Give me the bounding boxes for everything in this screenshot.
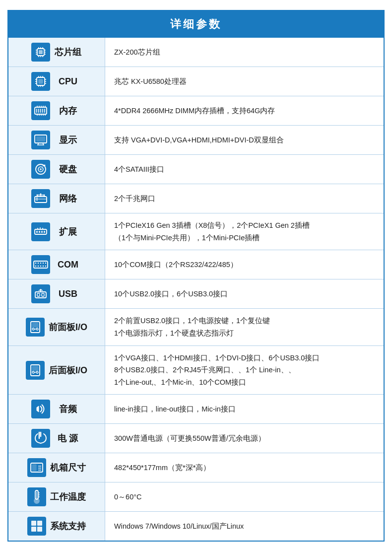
label-cell-chassis: 机箱尺寸 — [8, 453, 105, 482]
value-text-temperature: 0～60°C — [114, 491, 141, 503]
spec-row-display: 显示支持 VGA+DVI-D,VGA+HDMI,HDMI+DVI-D双显组合 — [8, 126, 384, 155]
label-text-network: 网络 — [54, 193, 82, 205]
value-cell-usb: 10个USB2.0接口，6个USB3.0接口 — [105, 279, 384, 308]
label-cell-chipset: 芯片组 — [8, 38, 105, 67]
label-cell-display: 显示 — [8, 126, 105, 154]
value-text-memory: 4*DDR4 2666MHz DIMM内存插槽，支持64G内存 — [114, 105, 275, 117]
spec-row-expansion: 扩展1个PCIeX16 Gen 3插槽（X8信号），2个PCIeX1 Gen 2… — [8, 213, 384, 250]
svg-point-95 — [32, 371, 34, 373]
svg-rect-68 — [41, 231, 43, 233]
label-text-hdd: 硬盘 — [54, 163, 82, 175]
value-text-com: 10个COM接口（2个RS232/422/485） — [114, 259, 238, 271]
value-cell-display: 支持 VGA+DVI-D,VGA+HDMI,HDMI+DVI-D双显组合 — [105, 126, 384, 154]
svg-point-96 — [36, 371, 38, 373]
spec-row-com: COM10个COM接口（2个RS232/422/485） — [8, 250, 384, 279]
svg-rect-33 — [44, 109, 45, 113]
memory-icon — [31, 101, 50, 120]
svg-rect-48 — [36, 137, 45, 141]
cpu-icon — [31, 72, 50, 91]
svg-rect-57 — [36, 200, 38, 201]
label-text-expansion: 扩展 — [54, 226, 82, 238]
network-icon — [31, 189, 50, 208]
value-cell-hdd: 4个SATAIII接口 — [105, 155, 384, 184]
value-text-os: Windows 7/Windows 10/Linux/国产Linux — [114, 520, 244, 533]
svg-rect-100 — [32, 465, 36, 471]
svg-rect-73 — [34, 261, 48, 268]
expansion-icon — [31, 222, 50, 241]
value-cell-chipset: ZX-200芯片组 — [105, 38, 384, 67]
value-cell-power: 300W普通电源（可更换550W普通/冗余电源） — [105, 424, 384, 453]
svg-rect-1 — [39, 50, 43, 54]
svg-point-75 — [38, 263, 39, 264]
svg-point-74 — [35, 263, 36, 264]
value-text-cpu: 兆芯 KX-U6580处理器 — [114, 75, 187, 88]
svg-rect-31 — [40, 109, 41, 113]
chip-icon — [31, 43, 50, 62]
hdd-icon — [31, 160, 50, 179]
svg-point-63 — [40, 194, 42, 195]
label-cell-cpu: CPU — [8, 67, 105, 96]
svg-point-78 — [45, 263, 46, 264]
svg-point-51 — [40, 168, 42, 170]
power-icon — [31, 429, 50, 448]
svg-rect-94 — [32, 366, 38, 370]
spec-table: 详细参数 芯片组ZX-200芯片组 — [7, 10, 385, 542]
svg-rect-66 — [36, 231, 38, 233]
value-text-expansion: 1个PCIeX16 Gen 3插槽（X8信号），2个PCIeX1 Gen 2插槽… — [114, 219, 310, 244]
label-text-power: 电 源 — [54, 432, 82, 444]
value-text-usb: 10个USB2.0接口，6个USB3.0接口 — [114, 288, 228, 300]
svg-rect-56 — [36, 198, 38, 199]
label-text-cpu: CPU — [54, 76, 82, 87]
svg-rect-32 — [42, 109, 43, 113]
label-text-temperature: 工作温度 — [50, 491, 86, 503]
svg-rect-112 — [31, 527, 36, 532]
value-text-chipset: ZX-200芯片组 — [114, 46, 160, 59]
value-text-audio: line-in接口，line-out接口，Mic-in接口 — [114, 403, 236, 415]
svg-point-82 — [43, 266, 44, 267]
os-icon — [27, 517, 46, 536]
svg-rect-30 — [38, 109, 39, 113]
value-cell-rear-io: 1个VGA接口、1个HDMI接口、1个DVI-D接口、6个USB3.0接口8个U… — [105, 346, 384, 395]
label-cell-hdd: 硬盘 — [8, 155, 105, 184]
svg-rect-84 — [35, 292, 46, 298]
value-cell-network: 2个千兆网口 — [105, 184, 384, 213]
label-cell-front-io: 前面板I/O — [8, 309, 105, 345]
spec-title: 详细参数 — [8, 11, 384, 38]
value-text-rear-io: 1个VGA接口、1个HDMI接口、1个DVI-D接口、6个USB3.0接口8个U… — [114, 352, 320, 389]
svg-rect-89 — [32, 323, 38, 327]
value-cell-os: Windows 7/Windows 10/Linux/国产Linux — [105, 512, 384, 541]
temperature-icon — [27, 487, 46, 506]
value-cell-front-io: 2个前置USB2.0接口，1个电源按键，1个复位键1个电源指示灯，1个硬盘状态指… — [105, 309, 384, 345]
svg-rect-86 — [42, 293, 44, 296]
spec-row-power: 电 源300W普通电源（可更换550W普通/冗余电源） — [8, 424, 384, 453]
label-cell-expansion: 扩展 — [8, 213, 105, 250]
label-text-display: 显示 — [54, 134, 82, 146]
label-cell-network: 网络 — [8, 184, 105, 213]
label-text-chipset: 芯片组 — [54, 46, 82, 58]
label-text-chassis: 机箱尺寸 — [50, 462, 86, 474]
label-cell-power: 电 源 — [8, 424, 105, 453]
svg-rect-105 — [36, 491, 37, 498]
label-cell-rear-io: 后面板I/O — [8, 346, 105, 395]
audio-icon — [31, 400, 50, 418]
front-panel-icon — [26, 318, 45, 337]
svg-point-90 — [32, 328, 34, 330]
value-text-chassis: 482*450*177mm（宽*深*高） — [114, 462, 210, 474]
svg-point-62 — [37, 195, 38, 196]
svg-point-83 — [45, 266, 46, 267]
spec-row-hdd: 硬盘4个SATAIII接口 — [8, 155, 384, 184]
value-cell-expansion: 1个PCIeX16 Gen 3插槽（X8信号），2个PCIeX1 Gen 2插槽… — [105, 213, 384, 250]
spec-row-audio: 音频line-in接口，line-out接口，Mic-in接口 — [8, 395, 384, 424]
label-text-com: COM — [54, 260, 82, 270]
label-text-usb: USB — [54, 289, 82, 299]
label-cell-com: COM — [8, 250, 105, 279]
spec-row-usb: USB10个USB2.0接口，6个USB3.0接口 — [8, 279, 384, 309]
spec-row-cpu: CPU兆芯 KX-U6580处理器 — [8, 67, 384, 96]
label-text-os: 系统支持 — [50, 520, 86, 532]
rear-panel-icon — [26, 361, 45, 380]
spec-row-memory: 内存4*DDR4 2666MHz DIMM内存插槽，支持64G内存 — [8, 96, 384, 126]
svg-point-79 — [35, 266, 36, 267]
svg-rect-15 — [39, 79, 43, 83]
value-cell-temperature: 0～60°C — [105, 482, 384, 511]
label-cell-temperature: 工作温度 — [8, 482, 105, 511]
